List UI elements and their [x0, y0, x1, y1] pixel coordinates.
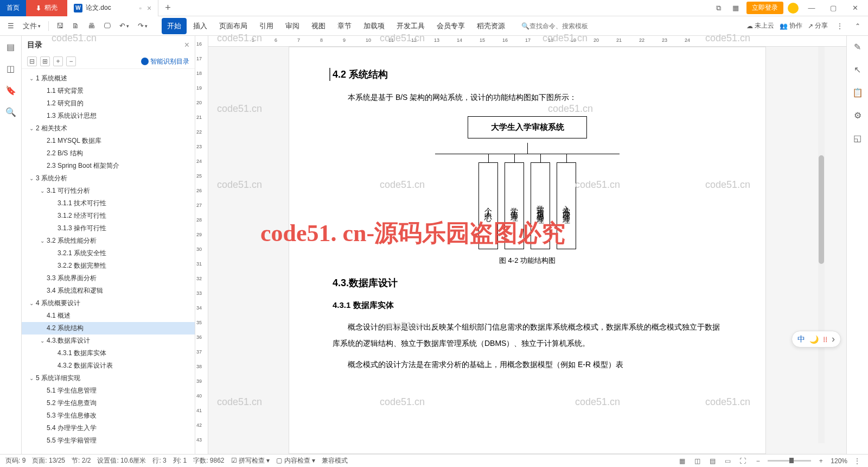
zoom-value[interactable]: 120% [831, 457, 847, 465]
save-as-button[interactable]: 🗎 [69, 20, 82, 32]
close-button[interactable]: ✕ [846, 2, 864, 15]
outline-icon[interactable]: ▤ [4, 40, 17, 53]
select-icon[interactable]: ↖ [851, 63, 864, 76]
tab-overflow-icon[interactable]: ▫ [139, 4, 142, 12]
sb-setval[interactable]: 设置值: 10.6厘米 [97, 456, 146, 465]
more-button[interactable]: ⋮ [833, 20, 846, 32]
outline-item[interactable]: 3.2.2 数据完整性 [22, 260, 195, 272]
lang-moon-icon[interactable]: 🌙 [809, 335, 819, 344]
zoom-in-button[interactable]: + [815, 456, 826, 466]
outline-item[interactable]: ⌄4.3.数据库设计 [22, 335, 195, 347]
tab-shell[interactable]: ⬇ 稻壳 [26, 0, 67, 16]
ribbon-tab[interactable]: 开始 [162, 18, 187, 34]
outline-item[interactable]: 4.1 概述 [22, 310, 195, 322]
vertical-scrollbar[interactable] [818, 47, 825, 443]
ribbon-tab[interactable]: 插入 [188, 18, 213, 34]
new-tab-button[interactable]: + [158, 2, 177, 14]
outline-item[interactable]: 5.1 学生信息管理 [22, 384, 195, 397]
maximize-button[interactable]: ▢ [825, 2, 842, 15]
outline-item[interactable]: 1.3 系统设计思想 [22, 110, 195, 122]
ribbon-tab[interactable]: 开发工具 [391, 18, 430, 34]
print-preview-button[interactable]: 🖵 [100, 20, 114, 32]
outline-item[interactable]: 5.4 办理学生入学 [22, 422, 195, 434]
outline-item[interactable]: 4.2 系统结构 [22, 322, 195, 335]
ribbon-tab[interactable]: 稻壳资源 [471, 18, 510, 34]
outline-item[interactable]: 4.3.1 数据库实体 [22, 347, 195, 359]
outline-item[interactable]: 3.1.3 操作可行性 [22, 222, 195, 235]
view-read-icon[interactable]: ▭ [722, 456, 733, 466]
outline-item[interactable]: 3.2.1 系统安全性 [22, 247, 195, 260]
sb-contentcheck[interactable]: ▢ 内容检查 ▾ [276, 456, 315, 465]
scroll-thumb[interactable] [819, 155, 824, 264]
lang-dots-icon[interactable]: ⁞⁞ [823, 335, 827, 344]
sb-more-icon[interactable]: ⋮ [852, 456, 863, 466]
outline-item[interactable]: ⌄3.1 可行性分析 [22, 185, 195, 197]
sb-col[interactable]: 列: 1 [173, 456, 187, 465]
floating-lang-bar[interactable]: 中 🌙 ⁞⁞ › [792, 331, 841, 348]
find-icon[interactable]: 🔍 [4, 105, 17, 118]
panel-icon[interactable]: ⧉ [712, 2, 725, 15]
tab-document[interactable]: W 论文.doc ▫ × [67, 0, 158, 16]
tab-close-icon[interactable]: × [145, 4, 154, 12]
sb-section[interactable]: 节: 2/2 [72, 456, 91, 465]
sb-words[interactable]: 字数: 9862 [193, 456, 224, 465]
outline-item[interactable]: 4.3.2 数据库设计表 [22, 359, 195, 372]
view-page-icon[interactable]: ▦ [676, 456, 687, 466]
redo-button[interactable]: ↷ ▾ [135, 20, 151, 32]
sb-page[interactable]: 页面: 13/25 [32, 456, 65, 465]
remove-item-icon[interactable]: − [66, 56, 76, 66]
outline-item[interactable]: ⌄4 系统概要设计 [22, 297, 195, 310]
ruler-vertical[interactable]: 1617181920212223242526272829303132333435… [195, 36, 208, 454]
outline-item[interactable]: 1.1 研究背景 [22, 85, 195, 97]
outline-item[interactable]: 3.3 系统界面分析 [22, 272, 195, 285]
outline-item[interactable]: ⌄3 系统分析 [22, 172, 195, 185]
view-fullscreen-icon[interactable]: ⛶ [737, 456, 748, 466]
settings-icon[interactable]: ⚙ [851, 109, 864, 122]
cloud-status[interactable]: ☁未上云 [746, 21, 774, 30]
view-outline-icon[interactable]: ▤ [707, 456, 718, 466]
outline-item[interactable]: ⌄5 系统详细实现 [22, 372, 195, 384]
outline-item[interactable]: 3.4 系统流程和逻辑 [22, 285, 195, 297]
outline-item[interactable]: 1.2 研究目的 [22, 97, 195, 110]
minimize-button[interactable]: — [803, 2, 820, 15]
add-item-icon[interactable]: + [53, 56, 63, 66]
search-input[interactable] [529, 22, 595, 30]
collab-button[interactable]: 👥协作 [780, 21, 802, 30]
print-button[interactable]: 🖶 [85, 20, 98, 32]
undo-button[interactable]: ↶ ▾ [116, 20, 132, 32]
menu-button[interactable]: ☰ [4, 20, 17, 32]
outline-item[interactable]: 5.3 学生信息修改 [22, 409, 195, 422]
collapse-ribbon-button[interactable]: ⌃ [852, 20, 864, 32]
edit-icon[interactable]: ✎ [851, 40, 864, 53]
ribbon-tab[interactable]: 页面布局 [214, 18, 253, 34]
lang-cn[interactable]: 中 [797, 335, 805, 344]
tab-home[interactable]: 首页 [0, 0, 26, 16]
smart-outline-button[interactable]: 智能识别目录 [141, 57, 189, 66]
outline-item[interactable]: 2.3 Spring Boot 框架简介 [22, 160, 195, 172]
outline-item[interactable]: 3.1.2 经济可行性 [22, 210, 195, 222]
view-web-icon[interactable]: ◫ [692, 456, 703, 466]
outline-item[interactable]: 5.5 学生学籍管理 [22, 434, 195, 447]
outline-item[interactable]: ⌄1 系统概述 [22, 72, 195, 85]
ribbon-tab[interactable]: 引用 [254, 18, 279, 34]
pages-icon[interactable]: ◫ [4, 62, 17, 75]
login-button[interactable]: 立即登录 [746, 2, 783, 14]
zoom-out-button[interactable]: − [752, 456, 763, 466]
file-menu[interactable]: 文件 ▾ [20, 19, 44, 33]
command-search[interactable]: 🔍 [521, 22, 595, 30]
ribbon-tab[interactable]: 加载项 [358, 18, 390, 34]
apps-icon[interactable]: ▦ [729, 2, 742, 15]
ruler-horizontal[interactable]: 56789101112131415161718192021222324 [208, 36, 846, 47]
ribbon-tab[interactable]: 审阅 [280, 18, 305, 34]
page[interactable]: 4.2 系统结构 本系统是基于 B/S 架构的网站系统，设计的功能结构图如下图所… [289, 47, 766, 454]
outline-item[interactable]: 2.1 MYSQL 数据库 [22, 135, 195, 147]
bookmark-icon[interactable]: 🔖 [4, 84, 17, 97]
outline-close-icon[interactable]: × [184, 40, 189, 50]
sb-page-no[interactable]: 页码: 9 [5, 456, 25, 465]
lang-expand-icon[interactable]: › [832, 333, 835, 345]
zoom-slider[interactable] [768, 460, 811, 462]
expand-all-icon[interactable]: ⊟ [27, 56, 37, 66]
ribbon-tab[interactable]: 会员专享 [431, 18, 470, 34]
sb-spellcheck[interactable]: ☑ 拼写检查 ▾ [231, 456, 270, 465]
layers-icon[interactable]: ◱ [851, 131, 864, 144]
